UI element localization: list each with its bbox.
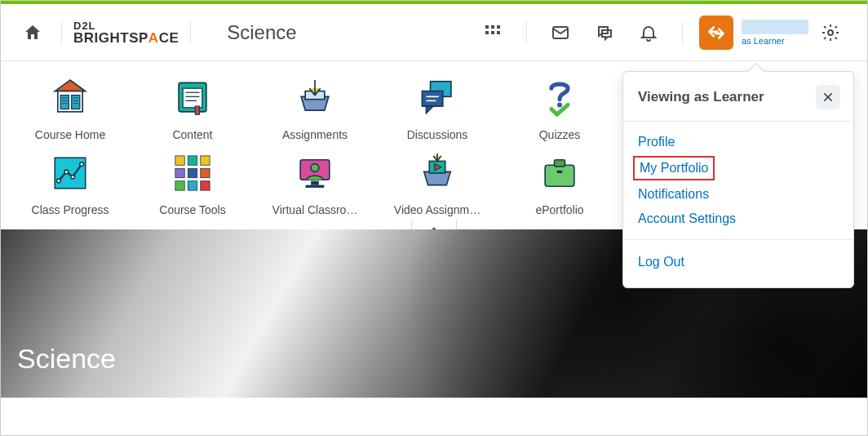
nav-course-tools[interactable]: Course Tools [131, 151, 254, 216]
svg-rect-2 [497, 25, 500, 29]
svg-rect-48 [306, 185, 325, 188]
svg-rect-19 [183, 88, 202, 108]
svg-point-35 [80, 162, 84, 167]
svg-rect-23 [195, 106, 199, 114]
app-header: D2L BRIGHTSPACE Science as Learner [1, 4, 867, 61]
mail-icon [551, 23, 570, 42]
nav-content[interactable]: Content [131, 76, 254, 141]
dropdown-item-my-portfolio[interactable]: My Portfolio [633, 156, 715, 180]
class-progress-icon [48, 151, 92, 195]
svg-rect-11 [72, 96, 80, 109]
svg-rect-52 [555, 160, 565, 167]
user-name-redacted [742, 20, 808, 34]
nav-label: Content [172, 128, 212, 141]
grid-icon [483, 23, 503, 42]
dropdown-title: Viewing as Learner [638, 89, 764, 105]
user-dropdown: Viewing as Learner Profile My Portfolio … [622, 71, 854, 288]
nav-discussions[interactable]: Discussions [376, 76, 498, 141]
divider [61, 21, 62, 44]
svg-marker-27 [427, 106, 433, 113]
svg-point-30 [557, 102, 562, 107]
svg-rect-51 [545, 165, 574, 186]
svg-rect-44 [201, 181, 210, 190]
dropdown-item-logout[interactable]: Log Out [623, 250, 853, 274]
close-icon [822, 91, 835, 104]
svg-rect-4 [491, 31, 494, 34]
svg-point-34 [71, 175, 75, 179]
messages-button[interactable] [543, 16, 578, 50]
user-role-label: as Learner [742, 36, 785, 46]
course-tools-icon [170, 151, 215, 195]
assignments-icon [293, 76, 337, 120]
nav-label: Discussions [407, 128, 468, 141]
nav-course-home[interactable]: Course Home [9, 76, 131, 141]
dropdown-list: Profile My Portfolio Notifications Accou… [623, 122, 853, 240]
virtual-classroom-icon [293, 151, 337, 195]
svg-rect-1 [491, 25, 494, 29]
nav-label: Class Progress [32, 203, 109, 216]
nav-label: ePortfolio [535, 203, 583, 216]
nav-quizzes[interactable]: Quizzes [498, 76, 621, 141]
nav-eportfolio[interactable]: ePortfolio [498, 151, 621, 216]
home-button[interactable] [16, 16, 50, 50]
svg-point-46 [311, 164, 319, 172]
dropdown-header: Viewing as Learner [623, 72, 853, 122]
svg-rect-40 [188, 168, 197, 177]
svg-rect-36 [175, 156, 184, 165]
bell-icon [639, 23, 658, 42]
nav-label: Virtual Classro… [272, 203, 358, 216]
svg-rect-41 [201, 168, 210, 177]
svg-rect-3 [485, 31, 489, 34]
svg-rect-43 [188, 181, 197, 190]
logo-bottom: BRIGHTSPACE [73, 31, 179, 45]
app-switcher-button[interactable] [476, 16, 510, 50]
svg-marker-8 [55, 80, 85, 91]
role-switch-icon [706, 22, 727, 43]
svg-rect-10 [60, 96, 69, 109]
home-icon [23, 23, 42, 42]
video-assignment-icon [415, 151, 459, 195]
dropdown-item-account-settings[interactable]: Account Settings [623, 207, 853, 231]
divider [190, 21, 191, 44]
svg-rect-42 [175, 181, 184, 190]
nav-class-progress[interactable]: Class Progress [9, 151, 131, 216]
content-icon [170, 76, 215, 120]
svg-rect-0 [485, 25, 489, 29]
nav-label: Video Assignm… [394, 203, 480, 216]
logo-top: D2L [73, 20, 179, 31]
svg-rect-39 [175, 168, 184, 177]
svg-rect-53 [557, 171, 563, 173]
subscriptions-button[interactable] [587, 16, 622, 50]
divider [526, 21, 527, 44]
divider [682, 21, 683, 44]
nav-label: Quizzes [539, 128, 581, 141]
svg-rect-38 [201, 156, 210, 165]
nav-label: Course Tools [159, 203, 225, 216]
quizzes-icon [538, 76, 582, 120]
course-title[interactable]: Science [227, 21, 296, 44]
nav-label: Course Home [35, 128, 105, 141]
nav-virtual-classroom[interactable]: Virtual Classro… [254, 151, 376, 216]
dropdown-item-profile[interactable]: Profile [623, 130, 853, 154]
nav-video-assignment[interactable]: Video Assignm… [376, 151, 498, 216]
role-switch-button[interactable] [699, 16, 733, 50]
dropdown-list-secondary: Log Out [623, 240, 853, 287]
discussions-icon [415, 76, 459, 120]
svg-point-7 [828, 30, 833, 35]
user-menu[interactable]: as Learner [742, 20, 808, 46]
alerts-button[interactable] [631, 16, 666, 50]
dropdown-close-button[interactable] [816, 85, 840, 109]
svg-point-33 [64, 170, 69, 174]
nav-assignments[interactable]: Assignments [254, 76, 376, 141]
svg-point-32 [57, 179, 61, 183]
nav-label: Assignments [282, 128, 348, 141]
dropdown-item-notifications[interactable]: Notifications [623, 182, 853, 207]
svg-rect-5 [497, 31, 500, 34]
eportfolio-icon [538, 151, 582, 195]
settings-button[interactable] [813, 16, 848, 50]
gear-icon [821, 23, 840, 42]
brightspace-logo[interactable]: D2L BRIGHTSPACE [73, 20, 179, 45]
svg-rect-37 [188, 156, 197, 165]
course-home-icon [48, 76, 92, 120]
svg-rect-47 [311, 181, 319, 185]
